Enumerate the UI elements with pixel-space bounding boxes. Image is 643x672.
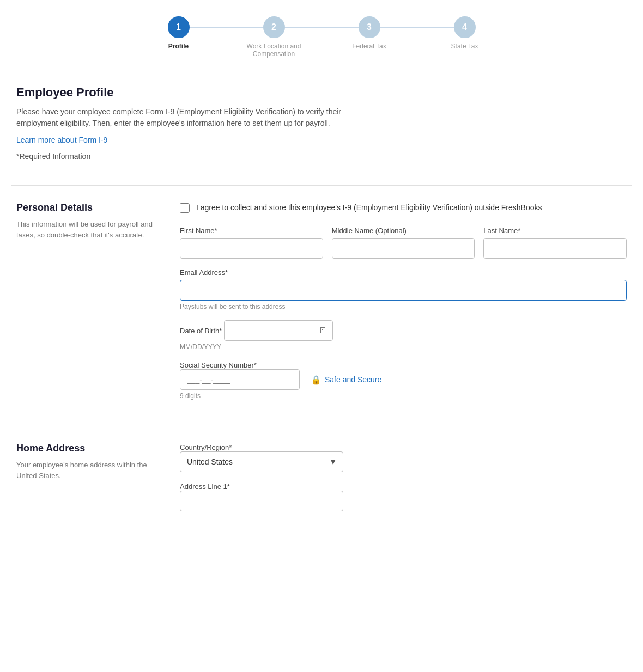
ssn-input[interactable]	[180, 369, 300, 390]
dob-label: Date of Birth*	[180, 327, 222, 335]
safe-secure-text: Safe and Secure	[325, 375, 381, 384]
email-label: Email Address*	[180, 268, 627, 277]
first-name-label: First Name*	[180, 227, 323, 235]
country-label: Country/Region*	[180, 443, 232, 451]
ssn-label: Social Security Number*	[180, 361, 257, 369]
last-name-label: Last Name*	[483, 227, 627, 235]
employee-profile-section: Employee Profile Please have your employ…	[0, 69, 643, 185]
step-1-label: Profile	[168, 42, 189, 50]
name-row: First Name* Middle Name (Optional) Last …	[180, 227, 627, 259]
middle-name-label: Middle Name (Optional)	[332, 227, 475, 235]
country-group: Country/Region* United States Canada Mex…	[180, 443, 627, 472]
country-select[interactable]: United States Canada Mexico	[180, 451, 343, 472]
home-address-section: Home Address Your employee's home addres…	[0, 426, 643, 537]
step-3-label: Federal Tax	[352, 42, 386, 50]
ssn-hint: 9 digits	[180, 392, 627, 400]
home-address-description: Your employee's home address within the …	[16, 460, 158, 481]
dob-hint: MM/DD/YYYY	[180, 343, 627, 351]
home-address-left: Home Address Your employee's home addres…	[16, 443, 158, 521]
step-3-number: 3	[367, 22, 372, 32]
address-line1-label: Address Line 1*	[180, 482, 230, 491]
step-2-label: Work Location and Compensation	[247, 42, 301, 58]
address-line1-group: Address Line 1*	[180, 482, 627, 511]
home-address-heading: Home Address	[16, 443, 158, 454]
last-name-group: Last Name*	[483, 227, 627, 259]
personal-details-description: This information will be used for payrol…	[16, 219, 158, 240]
step-4-circle: 4	[454, 16, 476, 38]
stepper-container: 1 Profile 2 Work Location and Compensati…	[0, 0, 643, 69]
ssn-section: Social Security Number* 🔒 Safe and Secur…	[180, 361, 627, 400]
email-group: Email Address* Paystubs will be sent to …	[180, 268, 627, 310]
employee-profile-description: Please have your employee complete Form …	[16, 106, 343, 129]
stepper: 1 Profile 2 Work Location and Compensati…	[131, 16, 512, 58]
step-1: 1 Profile	[131, 16, 226, 50]
step-4-label: State Tax	[451, 42, 478, 50]
step-3-circle: 3	[359, 16, 380, 38]
country-select-wrapper: United States Canada Mexico ▼	[180, 451, 343, 472]
required-note: *Required Information	[16, 151, 343, 162]
home-address-right: Country/Region* United States Canada Mex…	[180, 443, 627, 521]
learn-more-link[interactable]: Learn more about Form I-9	[16, 136, 107, 144]
personal-details-heading: Personal Details	[16, 202, 158, 213]
i9-checkbox[interactable]	[180, 203, 190, 213]
email-hint: Paystubs will be sent to this address	[180, 303, 627, 310]
personal-details-section: Personal Details This information will b…	[0, 186, 643, 426]
ssn-row: 🔒 Safe and Secure	[180, 369, 627, 390]
employee-profile-heading: Employee Profile	[16, 85, 627, 100]
dob-row: Date of Birth* 🗓 MM/DD/YYYY	[180, 320, 627, 351]
middle-name-group: Middle Name (Optional)	[332, 227, 475, 259]
safe-secure-badge: 🔒 Safe and Secure	[311, 375, 381, 385]
address-line1-wrapper	[180, 491, 343, 511]
step-4: 4 State Tax	[417, 16, 512, 50]
email-input[interactable]	[180, 280, 627, 301]
personal-details-left: Personal Details This information will b…	[16, 202, 158, 410]
step-1-number: 1	[176, 22, 181, 32]
dob-input-wrapper: 🗓	[224, 320, 333, 341]
first-name-group: First Name*	[180, 227, 323, 259]
ssn-input-wrapper	[180, 369, 300, 390]
personal-details-right: I agree to collect and store this employ…	[180, 202, 627, 410]
step-2-number: 2	[271, 22, 276, 32]
middle-name-input[interactable]	[332, 238, 475, 259]
dob-input[interactable]	[224, 320, 333, 341]
step-1-circle: 1	[168, 16, 190, 38]
first-name-input[interactable]	[180, 238, 323, 259]
step-2: 2 Work Location and Compensation	[226, 16, 322, 58]
i9-checkbox-label: I agree to collect and store this employ…	[196, 202, 542, 213]
step-4-number: 4	[462, 22, 467, 32]
i9-checkbox-row: I agree to collect and store this employ…	[180, 202, 627, 213]
step-3: 3 Federal Tax	[322, 16, 417, 50]
email-row: Email Address* Paystubs will be sent to …	[180, 268, 627, 310]
address-line1-input[interactable]	[180, 491, 343, 511]
step-2-circle: 2	[263, 16, 285, 38]
lock-icon: 🔒	[311, 375, 322, 385]
last-name-input[interactable]	[483, 238, 627, 259]
